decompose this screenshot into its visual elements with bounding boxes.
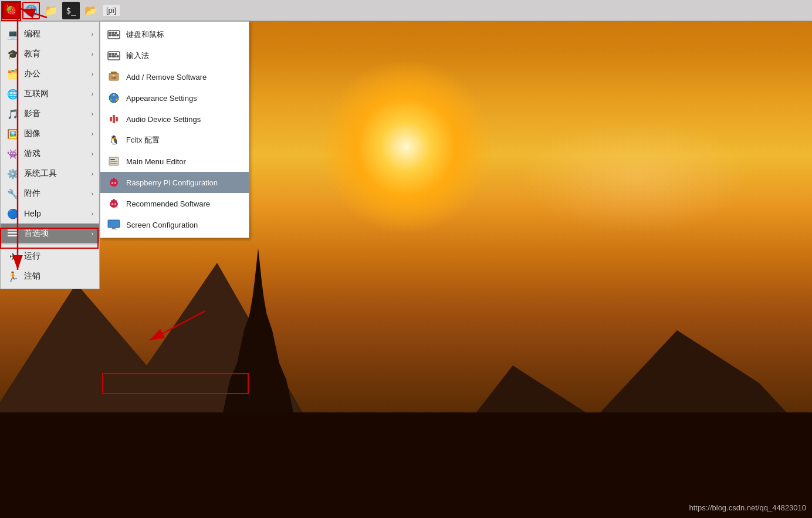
svg-rect-9: [117, 35, 119, 36]
run-icon: ✈: [6, 250, 19, 263]
svg-rect-5: [112, 32, 114, 33]
submenu-input-method[interactable]: 输入法: [100, 45, 249, 66]
internet-icon: 🌐: [6, 87, 19, 100]
submenu-add-remove-software[interactable]: 📦 Add / Remove Software: [100, 66, 249, 87]
svg-rect-1: [8, 232, 18, 233]
svg-text:📦: 📦: [111, 74, 117, 80]
svg-rect-4: [109, 32, 111, 33]
menu-item-internet[interactable]: 🌐 互联网 ›: [1, 84, 99, 104]
svg-rect-8: [112, 35, 116, 36]
menu-item-help[interactable]: 🔵 Help ›: [1, 204, 99, 224]
arrow-icon: ›: [92, 31, 93, 38]
fcitx-icon: 🐧: [107, 134, 120, 147]
help-icon: 🔵: [6, 207, 19, 220]
svg-rect-16: [117, 56, 119, 57]
svg-point-35: [110, 181, 112, 182]
logout-icon: 🏃: [6, 270, 19, 283]
svg-rect-25: [113, 115, 115, 123]
svg-rect-15: [112, 56, 116, 57]
svg-point-36: [116, 181, 118, 182]
arrow-icon: ›: [92, 211, 93, 217]
arrow-icon: ›: [92, 231, 93, 237]
path-label: [pi]: [102, 4, 120, 16]
svg-point-22: [116, 99, 118, 101]
office-icon: 🗂️: [6, 67, 19, 80]
sun-glow: [318, 59, 494, 235]
input-method-icon: [107, 49, 120, 62]
menu-item-logout[interactable]: 🏃 注销: [1, 266, 99, 286]
arrow-icon: ›: [92, 91, 93, 97]
software-icon: 📦: [107, 70, 120, 83]
svg-rect-46: [112, 228, 116, 229]
svg-rect-2: [8, 235, 18, 236]
arrow-icon: ›: [92, 71, 93, 77]
folder-button[interactable]: 📁: [42, 2, 60, 19]
main-menu: 💻 编程 › 🎓 教育 › 🗂️ 办公 › 🌐 互联网 › 🎵 影音 › 🖼️ …: [0, 21, 100, 289]
menu-item-media[interactable]: 🎵 影音 ›: [1, 104, 99, 124]
globe-button[interactable]: 🌐: [22, 2, 40, 19]
menu-item-preferences[interactable]: 首选项 ›: [1, 224, 99, 243]
svg-rect-11: [109, 53, 111, 55]
menu-item-games[interactable]: 👾 游戏 ›: [1, 144, 99, 164]
menu-item-image[interactable]: 🖼️ 图像 ›: [1, 124, 99, 144]
menu-item-system[interactable]: ⚙️ 系统工具 ›: [1, 164, 99, 184]
menu-item-education[interactable]: 🎓 教育 ›: [1, 44, 99, 64]
svg-rect-24: [110, 117, 112, 121]
arrow-icon: ›: [92, 191, 93, 197]
submenu-fcitx[interactable]: 🐧 Fcitx 配置: [100, 130, 249, 151]
system-icon: ⚙️: [6, 167, 19, 180]
svg-rect-45: [108, 220, 120, 228]
terminal-button[interactable]: $_: [62, 2, 80, 19]
media-icon: 🎵: [6, 107, 19, 120]
programming-icon: 💻: [6, 28, 19, 40]
arrow-icon: ›: [92, 131, 93, 137]
raspberry-config-icon: [107, 176, 120, 189]
submenu-appearance-settings[interactable]: Appearance Settings: [100, 87, 249, 109]
submenu-keyboard-mouse[interactable]: 键盘和鼠标: [100, 24, 249, 45]
menu-divider: [1, 245, 99, 245]
image-icon: 🖼️: [6, 127, 19, 140]
svg-point-42: [113, 199, 115, 201]
appearance-icon: [107, 92, 120, 104]
svg-point-43: [111, 203, 113, 205]
preferences-submenu: 键盘和鼠标 输入法 📦 Add / Remove Software: [100, 21, 249, 238]
screen-icon: [107, 218, 120, 231]
submenu-audio-device[interactable]: Audio Device Settings: [100, 109, 249, 130]
ground: [0, 412, 812, 518]
watermark: https://blog.csdn.net/qq_44823010: [689, 503, 807, 512]
recommended-icon: [107, 197, 120, 210]
menu-item-accessories[interactable]: 🔧 附件 ›: [1, 184, 99, 204]
svg-rect-7: [109, 35, 111, 36]
svg-rect-47: [111, 229, 117, 229]
arrow-icon: ›: [92, 51, 93, 57]
svg-rect-13: [115, 53, 117, 55]
arrow-icon: ›: [92, 171, 93, 177]
svg-rect-12: [112, 53, 114, 55]
svg-rect-18: [111, 72, 117, 74]
submenu-recommended-software[interactable]: Recommended Software: [100, 193, 249, 214]
arrow-icon: ›: [92, 151, 93, 157]
svg-point-38: [114, 182, 116, 184]
keyboard-icon: [107, 28, 120, 41]
svg-point-23: [110, 99, 112, 101]
svg-point-39: [110, 201, 118, 208]
accessories-icon: 🔧: [6, 187, 19, 200]
svg-point-44: [114, 203, 116, 205]
svg-rect-6: [115, 32, 117, 33]
submenu-screen-config[interactable]: Screen Configuration: [100, 214, 249, 235]
menu-item-run[interactable]: ✈ 运行: [1, 246, 99, 266]
audio-icon: [107, 113, 120, 126]
svg-point-37: [111, 182, 113, 184]
svg-point-34: [113, 178, 115, 180]
svg-rect-30: [110, 163, 117, 164]
submenu-raspberry-pi-config[interactable]: Raspberry Pi Configuration: [100, 172, 249, 193]
svg-rect-0: [8, 229, 18, 231]
menu-item-programming[interactable]: 💻 编程 ›: [1, 24, 99, 44]
svg-rect-28: [110, 159, 115, 160]
folder2-button[interactable]: 📂: [82, 2, 100, 19]
clouds: [519, 117, 753, 235]
menu-item-office[interactable]: 🗂️ 办公 ›: [1, 64, 99, 84]
raspberry-menu-button[interactable]: 🍓: [2, 2, 20, 19]
menu-editor-icon: [107, 155, 120, 168]
submenu-main-menu-editor[interactable]: Main Menu Editor: [100, 151, 249, 172]
